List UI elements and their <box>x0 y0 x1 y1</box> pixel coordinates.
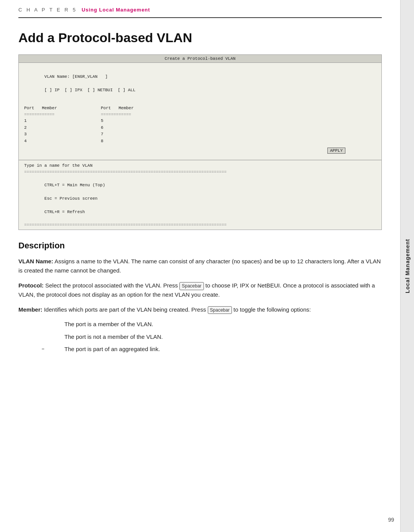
terminal-protocol-options: [ ] IP [ ] IPX [ ] NETBUI [ ] ALL <box>44 88 136 92</box>
description-para-1: Protocol: Select the protocol associated… <box>18 281 382 299</box>
description-paras: VLAN Name: Assigns a name to the VLAN. T… <box>18 257 382 314</box>
para-term: Member: <box>18 306 43 313</box>
terminal-row-col2: 6 <box>101 125 162 131</box>
terminal-footer-sep2: ========================================… <box>24 222 376 228</box>
terminal-data-row: 1 5 <box>24 118 376 125</box>
terminal-apply-button[interactable]: APPLY <box>327 148 345 154</box>
spacebar-key: Spacebar <box>179 282 204 290</box>
para-text: Select the protocol associated with the … <box>44 282 179 289</box>
sidebar-label: Local Management <box>404 239 411 293</box>
spacebar-key: Spacebar <box>208 306 232 314</box>
terminal-help-line: CTRL+T = Main Menu (Top) Esc = Previous … <box>24 175 376 222</box>
description-heading: Description <box>18 241 382 251</box>
chapter-header: C H A P T E R 5 Using Local Management <box>18 0 382 18</box>
terminal-help-ctrl-t: CTRL+T = Main Menu (Top) <box>44 183 105 187</box>
col1-sep: ============ <box>24 112 85 118</box>
chapter-title: Using Local Management <box>82 7 150 13</box>
sidebar: Local Management <box>400 0 414 532</box>
para-term: Protocol: <box>18 282 44 289</box>
para-term: VLAN Name: <box>18 258 53 264</box>
bullet-item-2: –The port is part of an aggregated link. <box>41 345 382 354</box>
bullet-item-0: The port is a member of the VLAN. <box>41 320 382 329</box>
terminal-row-col1: 1 <box>24 118 85 125</box>
terminal-screen: Create a Protocol-based VLAN VLAN Name: … <box>18 54 382 230</box>
terminal-vlan-name-row: VLAN Name: [ENGR_VLAN ] [ ] IP [ ] IPX [… <box>24 67 376 100</box>
para-text2: to toggle the following options: <box>232 306 311 313</box>
para-text: Identifies which ports are part of the V… <box>43 306 208 313</box>
terminal-col2-header: Port Member ============ <box>101 105 162 118</box>
bullet-text: The port is a member of the VLAN. <box>64 320 382 329</box>
terminal-row-col1: 2 <box>24 125 85 131</box>
description-para-2: Member: Identifies which ports are part … <box>18 305 382 314</box>
terminal-body: VLAN Name: [ENGR_VLAN ] [ ] IP [ ] IPX [… <box>19 63 381 160</box>
terminal-vlan-name-label: VLAN Name: [ENGR_VLAN ] <box>44 74 108 79</box>
terminal-row-col1: 4 <box>24 138 85 145</box>
main-content: C H A P T E R 5 Using Local Management A… <box>0 0 400 373</box>
bullet-label <box>41 320 64 329</box>
terminal-help-esc: Esc = Previous screen <box>44 196 98 201</box>
terminal-col1-header: Port Member ============ <box>24 105 85 118</box>
terminal-row-col1: 3 <box>24 131 85 138</box>
bullet-label <box>41 333 64 342</box>
terminal-row-col2: 5 <box>101 118 162 125</box>
description-para-0: VLAN Name: Assigns a name to the VLAN. T… <box>18 257 382 275</box>
bullet-label: – <box>41 345 64 354</box>
terminal-status: Type in a name for the VLAN <box>24 163 376 169</box>
page-title: Add a Protocol-based VLAN <box>18 30 382 45</box>
terminal-footer: Type in a name for the VLAN ============… <box>19 160 381 230</box>
chapter-number: 5 <box>73 7 77 13</box>
terminal-footer-sep: ========================================… <box>24 169 376 175</box>
terminal-data-row: 3 7 <box>24 131 376 138</box>
terminal-row-col2: 7 <box>101 131 162 138</box>
terminal-rows: 1 5 2 6 3 7 4 <box>24 118 376 144</box>
terminal-data-row: 4 8 <box>24 138 376 145</box>
terminal-data-row: 2 6 <box>24 125 376 131</box>
col2-sep: ============ <box>101 112 162 118</box>
bullet-list: The port is a member of the VLAN.The por… <box>41 320 382 354</box>
col1-header-text: Port Member <box>24 105 85 112</box>
para-text: Assigns a name to the VLAN. The name can… <box>18 258 381 273</box>
terminal-title: Create a Protocol-based VLAN <box>19 55 381 63</box>
bullet-text: The port is part of an aggregated link. <box>64 345 382 354</box>
terminal-row-col2: 8 <box>101 138 162 145</box>
bullet-text: The port is not a member of the VLAN. <box>64 333 382 342</box>
terminal-table-headers: Port Member ============ Port Member ===… <box>24 105 376 118</box>
col2-header-text: Port Member <box>101 105 162 112</box>
page-number: 99 <box>388 517 394 523</box>
bullet-item-1: The port is not a member of the VLAN. <box>41 333 382 342</box>
chapter-prefix: C H A P T E R <box>18 7 70 13</box>
terminal-help-ctrl-r: CTRL+R = Refresh <box>44 210 85 214</box>
